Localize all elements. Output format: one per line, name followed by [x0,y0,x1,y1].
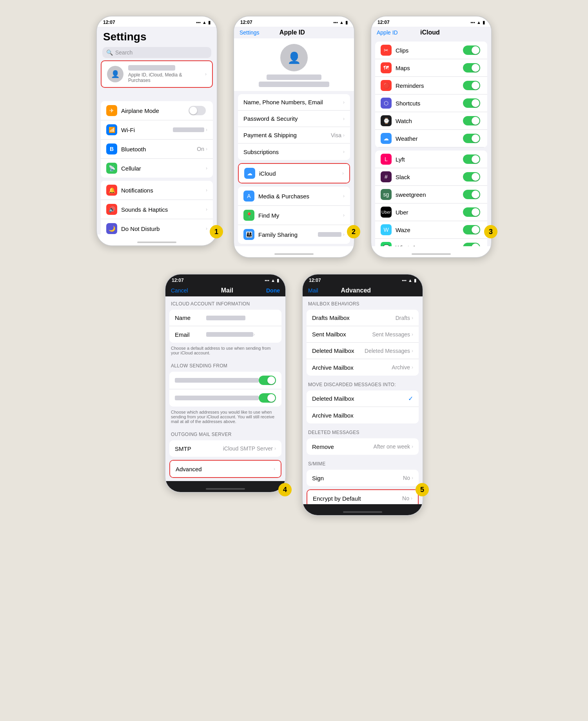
reminders-toggle[interactable] [463,81,480,90]
name-cell[interactable]: Name [169,310,281,326]
allow-value-2-blur [175,396,259,400]
allow-row-2[interactable] [169,389,281,407]
home-bar-2 [274,253,314,255]
email-cell[interactable]: Email › [169,326,281,343]
find-my-cell[interactable]: 📍 Find My › [238,206,350,225]
status-icons-3: ▪▪▪ ▲ ▮ [470,20,485,25]
smtp-cell[interactable]: SMTP iCloud SMTP Server › [169,440,281,457]
allow-row-1[interactable] [169,372,281,389]
airplane-mode-cell[interactable]: ✈ Airplane Mode [101,101,213,120]
lyft-toggle[interactable] [463,154,480,164]
time-2: 12:07 [240,20,252,25]
search-bar[interactable]: 🔍 Search [102,47,211,58]
whatsapp-row[interactable]: 💬 WhatsApp [375,239,487,246]
encrypt-cell[interactable]: Encrypt by Default No › [307,490,418,504]
cellular-cell[interactable]: 📡 Cellular › [101,159,213,178]
cellular-label: Cellular [121,165,206,172]
slack-row[interactable]: # Slack [375,168,487,186]
clips-toggle[interactable] [463,45,480,55]
payment-cell[interactable]: Payment & Shipping Visa › [238,127,350,143]
deleted-messages-section: DELETED MESSAGES [303,425,423,437]
weather-toggle[interactable] [463,134,480,143]
sign-label: Sign [312,475,403,481]
battery-icon-3: ▮ [483,20,485,25]
nav-back-5[interactable]: Mail [308,287,318,294]
maps-row[interactable]: 🗺 Maps [375,59,487,77]
archive-cell[interactable]: Archive Mailbox Archive › [307,359,419,376]
dnd-cell[interactable]: 🌙 Do Not Disturb › [101,219,213,234]
archive-mailbox-cell[interactable]: Archive Mailbox [307,407,419,423]
subscriptions-cell[interactable]: Subscriptions › [238,143,350,160]
notifications-cell[interactable]: 🔔 Notifications › [101,181,213,200]
uber-toggle[interactable] [463,207,480,217]
waze-toggle[interactable] [463,225,480,234]
uber-row[interactable]: Uber Uber [375,203,487,221]
drafts-chevron: › [412,315,413,321]
slack-toggle[interactable] [463,172,480,182]
phone-2-wrapper: 12:07 ▪▪▪ ▲ ▮ Settings Apple ID 👤 [233,16,355,258]
remove-cell[interactable]: Remove After one week › [307,438,419,455]
icloud-cell[interactable]: ☁ iCloud › [239,164,349,183]
password-security-label: Password & Security [243,115,343,122]
wifi-icon-5: ▲ [408,278,412,283]
maps-toggle[interactable] [463,63,480,73]
home-bar-3 [412,253,451,255]
home-bar-4 [206,488,245,490]
sent-cell[interactable]: Sent Mailbox Sent Messages › [307,326,419,343]
allow-toggle-2[interactable] [259,393,276,403]
name-numbers-cell[interactable]: Name, Phone Numbers, Email › [238,94,350,111]
phone-row-2: 12:07 ▪▪▪ ▲ ▮ Cancel Mail Done ICLOUD AC… [8,274,580,516]
signal-icon-4: ▪▪▪ [265,278,269,283]
mailbox-behaviors-section: MAILBOX BEHAVIORS [303,296,423,308]
sign-cell[interactable]: Sign No › [307,470,419,486]
nav-back-3[interactable]: Apple ID [377,29,398,36]
airplane-toggle[interactable] [189,106,206,115]
nav-back-2[interactable]: Settings [240,29,260,36]
maps-label: Maps [396,65,463,71]
watch-icon: ⌚ [381,115,392,126]
weather-row[interactable]: ☁ Weather [375,130,487,147]
password-security-cell[interactable]: Password & Security › [238,111,350,127]
password-security-chevron: › [343,116,345,122]
account-cell[interactable]: 👤 Apple ID, iCloud, Media & Purchases › [101,60,213,88]
cancel-button[interactable]: Cancel [171,287,188,294]
home-bar-1 [137,242,176,243]
dnd-label: Do Not Disturb [121,225,206,232]
allow-toggle-1[interactable] [259,376,276,385]
account-subtitle: Apple ID, iCloud, Media & Purchases [128,72,205,83]
sweetgreen-row[interactable]: sg sweetgreen [375,186,487,203]
reminders-icon: 🔴 [381,80,392,91]
advanced-label: Advanced [176,466,274,472]
payment-label: Payment & Shipping [243,132,331,138]
watch-label: Watch [396,118,463,124]
sounds-cell[interactable]: 🔊 Sounds & Haptics › [101,200,213,219]
bluetooth-cell[interactable]: B Bluetooth On › [101,140,213,159]
icloud-account-section: ICLOUD ACCOUNT INFORMATION [165,296,285,308]
remove-label: Remove [312,443,374,450]
waze-row[interactable]: W Waze [375,221,487,239]
done-button[interactable]: Done [266,287,280,294]
subscriptions-chevron: › [343,149,345,154]
deleted-mailbox-cell[interactable]: Deleted Mailbox ✓ [307,390,419,407]
airplane-label: Airplane Mode [121,107,189,114]
drafts-cell[interactable]: Drafts Mailbox Drafts › [307,310,419,326]
deleted-label: Deleted Mailbox [312,347,365,354]
name-blur-2 [259,82,329,87]
shortcuts-row[interactable]: ⬡ Shortcuts [375,94,487,112]
whatsapp-toggle[interactable] [463,243,480,246]
family-sharing-cell[interactable]: 👨‍👩‍👧 Family Sharing › [238,225,350,244]
watch-row[interactable]: ⌚ Watch [375,112,487,130]
wifi-cell[interactable]: 📶 Wi-Fi › [101,120,213,140]
reminders-row[interactable]: 🔴 Reminders [375,77,487,94]
deleted-cell[interactable]: Deleted Mailbox Deleted Messages › [307,343,419,359]
sweetgreen-toggle[interactable] [463,190,480,199]
media-purchases-cell[interactable]: A Media & Purchases › [238,187,350,206]
watch-toggle[interactable] [463,116,480,125]
lyft-row[interactable]: L Lyft [375,151,487,168]
advanced-cell[interactable]: Advanced › [170,461,281,477]
lyft-label: Lyft [396,156,463,163]
account-info: Apple ID, iCloud, Media & Purchases [128,65,205,83]
clips-row[interactable]: ✂ Clips [375,42,487,59]
email-chevron: › [253,332,255,337]
shortcuts-toggle[interactable] [463,98,480,108]
